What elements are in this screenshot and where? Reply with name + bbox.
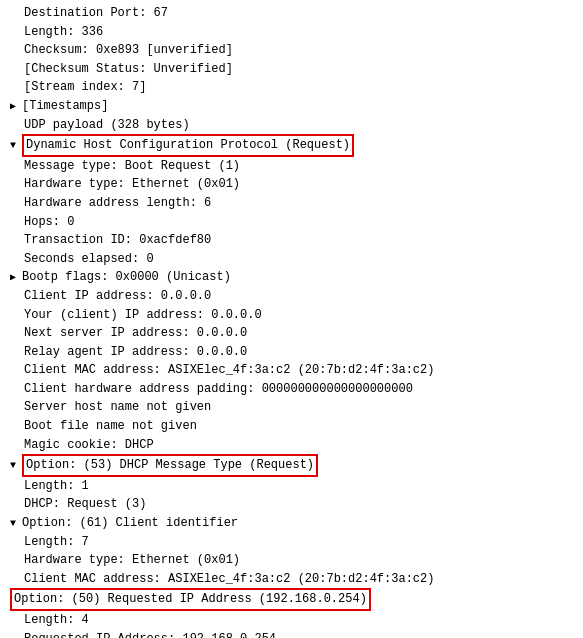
- field-value: Hardware address length: 6: [24, 196, 211, 210]
- list-item: Boot file name not given: [8, 417, 575, 436]
- field-value: [Checksum Status: Unverified]: [24, 62, 233, 76]
- field-value: Hops: 0: [24, 215, 74, 229]
- list-item: Relay agent IP address: 0.0.0.0: [8, 343, 575, 362]
- list-item: ▶ Bootp flags: 0x0000 (Unicast): [8, 268, 575, 287]
- field-value: Next server IP address: 0.0.0.0: [24, 326, 247, 340]
- list-item: Hardware type: Ethernet (0x01): [8, 175, 575, 194]
- list-item: Message type: Boot Request (1): [8, 157, 575, 176]
- field-value: [Stream index: 7]: [24, 80, 146, 94]
- list-item: Length: 7: [8, 533, 575, 552]
- expand-icon[interactable]: ▶: [10, 270, 22, 286]
- list-item: DHCP: Request (3): [8, 495, 575, 514]
- field-value: Length: 7: [24, 535, 89, 549]
- list-item: Checksum: 0xe893 [unverified]: [8, 41, 575, 60]
- field-value: Message type: Boot Request (1): [24, 159, 240, 173]
- list-item: ▼ Option: (53) DHCP Message Type (Reques…: [8, 454, 575, 477]
- list-item: Hops: 0: [8, 213, 575, 232]
- field-value: Hardware type: Ethernet (0x01): [24, 177, 240, 191]
- field-value: Transaction ID: 0xacfdef80: [24, 233, 211, 247]
- field-value: Requested IP Address: 192.168.0.254: [24, 632, 276, 638]
- list-item: Your (client) IP address: 0.0.0.0: [8, 306, 575, 325]
- field-value: Length: 336: [24, 25, 103, 39]
- expand-collapse-icon[interactable]: ▼: [10, 458, 22, 474]
- field-value: Length: 4: [24, 613, 89, 627]
- field-value: Destination Port: 67: [24, 6, 168, 20]
- list-item: Client hardware address padding: 0000000…: [8, 380, 575, 399]
- list-item: ▼ Option: (61) Client identifier: [8, 514, 575, 533]
- field-value: Checksum: 0xe893 [unverified]: [24, 43, 233, 57]
- packet-detail-pane: Destination Port: 67Length: 336Checksum:…: [0, 0, 583, 638]
- list-item: Length: 336: [8, 23, 575, 42]
- field-value: Magic cookie: DHCP: [24, 438, 154, 452]
- field-value: Hardware type: Ethernet (0x01): [24, 553, 240, 567]
- field-value: Client hardware address padding: 0000000…: [24, 382, 413, 396]
- field-value: UDP payload (328 bytes): [24, 118, 190, 132]
- list-item: Client MAC address: ASIXElec_4f:3a:c2 (2…: [8, 361, 575, 380]
- list-item: ▶ [Timestamps]: [8, 97, 575, 116]
- section-label: Option: (50) Requested IP Address (192.1…: [10, 588, 371, 611]
- field-value: Server host name not given: [24, 400, 211, 414]
- field-value: Boot file name not given: [24, 419, 197, 433]
- expand-icon[interactable]: ▶: [10, 99, 22, 115]
- list-item: Server host name not given: [8, 398, 575, 417]
- list-item: Length: 4: [8, 611, 575, 630]
- section-label: Option: (53) DHCP Message Type (Request): [22, 454, 318, 477]
- list-item: Client IP address: 0.0.0.0: [8, 287, 575, 306]
- expand-collapse-icon[interactable]: ▼: [10, 138, 22, 154]
- list-item: ▼ Dynamic Host Configuration Protocol (R…: [8, 134, 575, 157]
- list-item: Next server IP address: 0.0.0.0: [8, 324, 575, 343]
- list-item: Magic cookie: DHCP: [8, 436, 575, 455]
- list-item: Hardware type: Ethernet (0x01): [8, 551, 575, 570]
- list-item: Seconds elapsed: 0: [8, 250, 575, 269]
- list-item: Hardware address length: 6: [8, 194, 575, 213]
- field-value: Length: 1: [24, 479, 89, 493]
- list-item: [Stream index: 7]: [8, 78, 575, 97]
- list-item: Destination Port: 67: [8, 4, 575, 23]
- field-value: DHCP: Request (3): [24, 497, 146, 511]
- list-item: Option: (50) Requested IP Address (192.1…: [8, 588, 575, 611]
- field-value: Relay agent IP address: 0.0.0.0: [24, 345, 247, 359]
- list-item: [Checksum Status: Unverified]: [8, 60, 575, 79]
- list-item: Transaction ID: 0xacfdef80: [8, 231, 575, 250]
- section-label: Dynamic Host Configuration Protocol (Req…: [22, 134, 354, 157]
- field-value: Client MAC address: ASIXElec_4f:3a:c2 (2…: [24, 572, 434, 586]
- list-item: UDP payload (328 bytes): [8, 116, 575, 135]
- field-value: Client IP address: 0.0.0.0: [24, 289, 211, 303]
- list-item: Length: 1: [8, 477, 575, 496]
- field-value: Your (client) IP address: 0.0.0.0: [24, 308, 262, 322]
- list-item: Requested IP Address: 192.168.0.254: [8, 630, 575, 638]
- field-value: Client MAC address: ASIXElec_4f:3a:c2 (2…: [24, 363, 434, 377]
- list-item: Client MAC address: ASIXElec_4f:3a:c2 (2…: [8, 570, 575, 589]
- field-value: Seconds elapsed: 0: [24, 252, 154, 266]
- collapse-icon[interactable]: ▼: [10, 516, 22, 532]
